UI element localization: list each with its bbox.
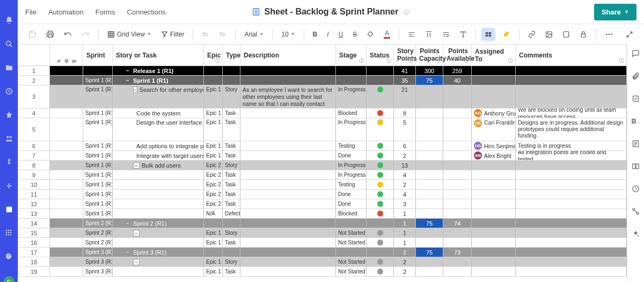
italic-icon[interactable]: I [324,28,332,41]
row-number[interactable]: 11 [18,190,50,199]
ai-icon[interactable] [632,230,640,238]
collapse-icon[interactable]: − [133,259,140,265]
table-row[interactable]: 12 Sprint 1 (R1) Epic 2 Task Done 3 [18,199,627,209]
header-pts[interactable]: Story Pointsⓘ [394,45,416,66]
row-number[interactable]: 6 [18,141,50,150]
fontsize-selector[interactable]: 10▼ [278,28,298,40]
table-row[interactable]: 4 Sprint 1 (R1) Code the system Epic 1 T… [18,109,627,118]
collapse-icon[interactable]: − [125,77,131,84]
row-number[interactable]: 19 [18,267,50,276]
plus-icon[interactable] [5,182,13,190]
header-sprint[interactable]: Sprint [83,45,113,66]
link-icon[interactable] [525,28,539,41]
header-assign[interactable]: Assigned Toⓘ [472,45,516,66]
header-avail[interactable]: Points Availableⓘ [443,45,472,66]
outdent-icon[interactable] [199,28,213,41]
collapse-icon[interactable]: − [125,220,131,227]
collapse-icon[interactable]: − [125,68,131,74]
undo-icon[interactable] [61,27,75,41]
publish-icon[interactable] [632,162,640,171]
row-number[interactable]: 9 [18,170,50,179]
row-number[interactable]: 17 [18,248,50,257]
indent-icon[interactable] [216,28,230,41]
row-number[interactable]: 18 [18,257,50,266]
row-number[interactable]: 8 [18,161,50,170]
table-row[interactable]: 2 Sprint 1 (R1) −Sprint 1 (R1) 35 75 40 [18,76,627,85]
menu-connections[interactable]: Connections [127,8,166,16]
header-desc[interactable]: Description [240,45,336,66]
menu-forms[interactable]: Forms [96,8,115,16]
share-button[interactable]: Share▼ [594,4,636,20]
strike-icon[interactable]: S [349,28,360,41]
star-icon[interactable] [5,111,13,119]
row-number[interactable]: 2 [18,76,50,85]
table-row[interactable]: 17 Sprint 3 (R1) −Sprint 3 (R1) 2 75 73 [18,248,627,257]
connections-icon[interactable] [632,207,640,216]
recents-icon[interactable] [5,87,13,96]
table-row[interactable]: 13 Sprint 1 (R1) N/A Defect Blocked 1 [18,209,627,219]
font-selector[interactable]: Arial▼ [241,28,267,40]
table-row[interactable]: 3 Sprint 1 (R1) −Search for other employ… [18,85,627,109]
attach-icon[interactable] [559,28,573,41]
row-number[interactable]: 10 [18,180,50,189]
row-number[interactable]: 12 [18,199,50,208]
attachment-icon[interactable] [632,72,640,81]
align-left-icon[interactable] [405,28,419,41]
expand-icon[interactable] [623,28,636,41]
redo-icon[interactable] [78,27,93,41]
collapse-icon[interactable]: − [133,162,140,169]
row-number[interactable]: 3 [18,85,50,108]
header-comm[interactable]: Commentsⓘ [516,45,627,66]
header-type[interactable]: Type [223,45,240,66]
table-row[interactable]: 1 −Release 1 (R1) 41 300 259 [18,66,627,76]
menu-file[interactable]: File [25,8,36,16]
table-row[interactable]: 5 Sprint 1 (R1) Design the user interfac… [18,118,627,141]
header-stage[interactable]: Stageⓘ [336,45,367,66]
comment-icon[interactable] [632,49,640,58]
table-row[interactable]: 18 Sprint 3 (R1) − Epic 1 Story Not Star… [18,257,627,267]
row-number[interactable]: 4 [18,109,50,118]
fill-icon[interactable] [363,28,377,41]
header-cap[interactable]: Points Capacityⓘ [416,45,443,66]
header-epic[interactable]: Epicⓘ [204,45,223,66]
menu-automation[interactable]: Automation [48,8,84,16]
table-row[interactable]: 9 Sprint 1 (R1) Epic 2 Task In Progress … [18,170,627,180]
table-row[interactable]: 15 Sprint 2 (R1) − Epic 1 Story Not Star… [18,228,627,238]
format-icon[interactable] [456,28,470,41]
row-number[interactable]: 1 [18,66,50,75]
brandfolder-icon[interactable]: B [632,117,640,126]
table-row[interactable]: 16 Sprint 2 (R1) Epic 1 Task Not Started… [18,238,627,248]
cardview-icon[interactable] [481,28,495,41]
collapse-icon[interactable]: − [125,249,131,256]
print-icon[interactable] [43,27,57,41]
textcolor-icon[interactable]: A [380,27,393,41]
highlight-icon[interactable] [499,27,514,41]
help-icon[interactable]: ? [5,252,13,261]
align-top-icon[interactable] [422,28,436,41]
data-grid[interactable]: 1 −Release 1 (R1) 41 300 259 2 Sprint 1 … [18,66,627,282]
lock-icon[interactable] [576,28,590,41]
wrap-icon[interactable] [439,28,453,41]
bold-icon[interactable]: B [310,28,321,41]
row-number[interactable]: 14 [18,219,50,228]
table-row[interactable]: 6 Sprint 1 (R1) Add options to integrate… [18,141,627,151]
table-row[interactable]: 10 Sprint 1 (R1) Epic 2 Task Testing 2 [18,180,627,190]
folder-icon[interactable] [5,63,13,72]
save-icon[interactable] [25,27,40,41]
header-status[interactable]: Statusⓘ [367,45,394,66]
table-row[interactable]: 7 Sprint 1 (R1) Integrate with target us… [18,151,627,161]
view-selector[interactable]: Grid View▼ [104,28,155,40]
collapse-icon[interactable]: − [133,230,140,236]
underline-icon[interactable]: U [335,28,347,41]
bell-icon[interactable] [5,16,13,25]
more-icon[interactable] [602,27,617,41]
table-row[interactable]: 8 Sprint 1 (R1) −Bulk add users Epic 2 S… [18,161,627,170]
summary-icon[interactable] [632,140,640,148]
row-number[interactable]: 16 [18,238,50,247]
table-row[interactable]: 19 Sprint 3 (R1) Epic 1 Task Not Started… [18,267,627,277]
collapse-icon[interactable]: − [133,86,137,93]
filter-button[interactable]: Filter [158,28,188,40]
row-number[interactable]: 13 [18,209,50,218]
table-row[interactable]: 14 Sprint 2 (R1) −Sprint 2 (R1) 1 75 74 [18,219,627,228]
workspaces-icon[interactable] [5,134,13,143]
